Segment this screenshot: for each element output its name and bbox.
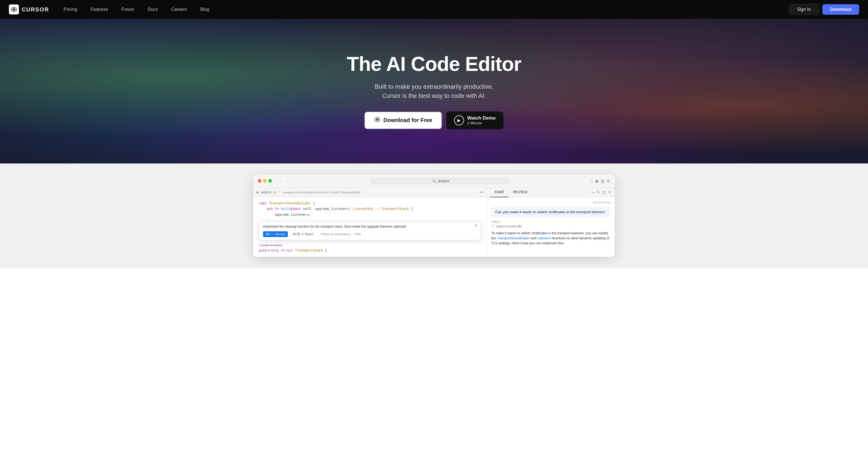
code-line-3: upgrade_listeners, <box>259 212 481 218</box>
tab-label: mod.rs <box>261 190 271 194</box>
settings-icon[interactable]: ⚙ <box>607 179 610 183</box>
traffic-lights <box>258 179 272 183</box>
search-icon: 🔍 <box>432 179 436 183</box>
editor-section: ← → 🔍 pingora □ ▣ ▤ ⚙ ▶ mod.rs M <box>0 163 868 268</box>
nav-actions: Sign In Download <box>789 4 859 15</box>
nav-pricing[interactable]: Pricing <box>58 5 83 14</box>
review-tab[interactable]: REVIEW <box>508 187 532 197</box>
nav-arrows: ← → <box>277 178 291 184</box>
tab-more-button[interactable]: ••• <box>479 190 483 194</box>
accept-shortcut: ⌘↵ <box>266 232 271 236</box>
transport-stack-builder-link[interactable]: TransportStackBuilder <box>497 236 530 240</box>
listeners-link[interactable]: Listeners <box>537 236 551 240</box>
logo[interactable]: CURSOR <box>9 4 49 14</box>
tab-path: pingora-core/src/listeners/mod.rs / {} i… <box>284 191 361 194</box>
accept-label: ✓ Accept <box>273 232 285 236</box>
follow-up-hint: Follow-up instructions... ⇧⌘K <box>320 232 361 236</box>
play-icon: ▶ <box>454 115 464 125</box>
code-line-1: impl TransportStackBuilder { <box>259 201 481 206</box>
chat-tab-actions: + ↻ ◫ ✕ <box>592 190 611 195</box>
nav-careers[interactable]: Careers <box>165 5 192 14</box>
code-line-2: pub fn build(&mut self, upgrade_listener… <box>259 206 481 212</box>
diff-popup: ✕ implement the cleanup function for the… <box>259 221 481 240</box>
address-bar-text: pingora <box>438 179 449 183</box>
hero-section: The AI Code Editor Built to make you ext… <box>0 19 868 163</box>
history-icon[interactable]: ↻ <box>597 190 600 195</box>
reject-shortcut: ⌘⌫ <box>293 232 300 236</box>
download-free-label: Download for Free <box>383 117 432 123</box>
hero-title: The AI Code Editor <box>347 53 521 75</box>
chat-used-label: USED <box>491 220 610 223</box>
nav-forum[interactable]: Forum <box>116 5 140 14</box>
watch-demo-line2: 1 Minute <box>467 121 482 125</box>
maximize-traffic-light[interactable] <box>268 179 272 183</box>
logo-text: CURSOR <box>22 6 49 13</box>
code-area: impl TransportStackBuilder { pub fn buil… <box>253 197 487 219</box>
navbar: CURSOR Pricing Features Forum Docs Caree… <box>0 0 868 19</box>
diff-text: implement the cleanup function for the t… <box>263 224 477 229</box>
watch-demo-button[interactable]: ▶ Watch Demo 1 Minute <box>446 112 503 129</box>
chat-body: Normal Chat Can you make it easier to sw… <box>487 197 615 257</box>
reject-button[interactable]: ⌘⌫ ✗ Reject <box>290 231 316 237</box>
window-titlebar: ← → 🔍 pingora □ ▣ ▤ ⚙ <box>253 175 615 187</box>
address-bar: 🔍 pingora <box>371 177 510 185</box>
hero-buttons: Download for Free ▶ Watch Demo 1 Minute <box>347 112 521 129</box>
signin-button[interactable]: Sign In <box>789 4 819 15</box>
chat-used-file: 📄 mod.rs Current file <box>491 224 610 228</box>
svg-marker-3 <box>376 118 379 121</box>
chat-tab[interactable]: CHAT <box>490 187 508 197</box>
add-icon[interactable]: + <box>592 190 594 195</box>
nav-features[interactable]: Features <box>85 5 114 14</box>
code-panel: ▶ mod.rs M | pingora-core/src/listeners/… <box>253 187 487 257</box>
layout-icon-2[interactable]: ▣ <box>595 179 598 183</box>
code-line-4: } <box>259 218 481 219</box>
download-nav-button[interactable]: Download <box>823 4 859 15</box>
layout-icon-3[interactable]: ▤ <box>601 179 604 183</box>
download-free-button[interactable]: Download for Free <box>365 112 442 129</box>
split-icon[interactable]: ◫ <box>602 190 606 195</box>
window-controls-right: □ ▣ ▤ ⚙ <box>591 179 610 183</box>
close-chat-icon[interactable]: ✕ <box>608 190 611 195</box>
tab-bar: ▶ mod.rs M | pingora-core/src/listeners/… <box>253 187 487 197</box>
watch-demo-text: Watch Demo 1 Minute <box>467 115 496 125</box>
back-arrow[interactable]: ← <box>277 178 284 184</box>
hero-subtitle-line2: Cursor is the best way to code with AI. <box>382 92 486 99</box>
tab-modifier: M <box>274 191 276 194</box>
forward-arrow[interactable]: → <box>285 178 291 184</box>
chat-response: To make it easier to switch certificates… <box>491 231 610 246</box>
watch-demo-line1: Watch Demo <box>467 115 496 121</box>
diff-actions: ⌘↵ ✓ Accept ⌘⌫ ✗ Reject Follow-up instru… <box>263 231 477 237</box>
hero-content: The AI Code Editor Built to make you ext… <box>347 53 521 129</box>
code-line-bottom: pub(crate) struct TransportStack { <box>259 248 481 253</box>
accept-button[interactable]: ⌘↵ ✓ Accept <box>263 231 288 237</box>
minimize-traffic-light[interactable] <box>263 179 267 183</box>
diff-close-button[interactable]: ✕ <box>474 223 478 228</box>
file-icon: 📄 <box>491 224 495 228</box>
close-traffic-light[interactable] <box>258 179 261 183</box>
chat-panel: CHAT REVIEW + ↻ ◫ ✕ Normal Chat Can you … <box>487 187 615 257</box>
chat-used-section: USED 📄 mod.rs Current file <box>491 220 610 228</box>
editor-body: ▶ mod.rs M | pingora-core/src/listeners/… <box>253 187 615 257</box>
hero-subtitle-line1: Built to make you extraordinarily produc… <box>375 83 494 90</box>
hero-subtitle: Built to make you extraordinarily produc… <box>347 82 521 100</box>
nav-blog[interactable]: Blog <box>195 5 215 14</box>
rust-file-icon: ▶ <box>257 190 259 194</box>
nav-docs[interactable]: Docs <box>142 5 163 14</box>
cube-icon <box>374 116 381 125</box>
logo-icon <box>9 4 19 14</box>
layout-icon-1[interactable]: □ <box>591 179 593 183</box>
code-area-bottom: pub(crate) struct TransportStack { <box>253 248 487 257</box>
chat-message: Can you make it easier to switch certifi… <box>491 207 610 217</box>
impl-count: 1 implementation <box>253 242 487 248</box>
reject-label: ✗ Reject <box>301 232 313 236</box>
nav-links: Pricing Features Forum Docs Careers Blog <box>58 5 789 14</box>
chat-tab-bar: CHAT REVIEW + ↻ ◫ ✕ <box>487 187 615 197</box>
editor-window: ← → 🔍 pingora □ ▣ ▤ ⚙ ▶ mod.rs M <box>253 175 615 257</box>
follow-up-shortcut: ⇧⌘K <box>354 232 361 236</box>
svg-marker-1 <box>12 8 15 11</box>
normal-chat-label: Normal Chat <box>491 201 610 204</box>
